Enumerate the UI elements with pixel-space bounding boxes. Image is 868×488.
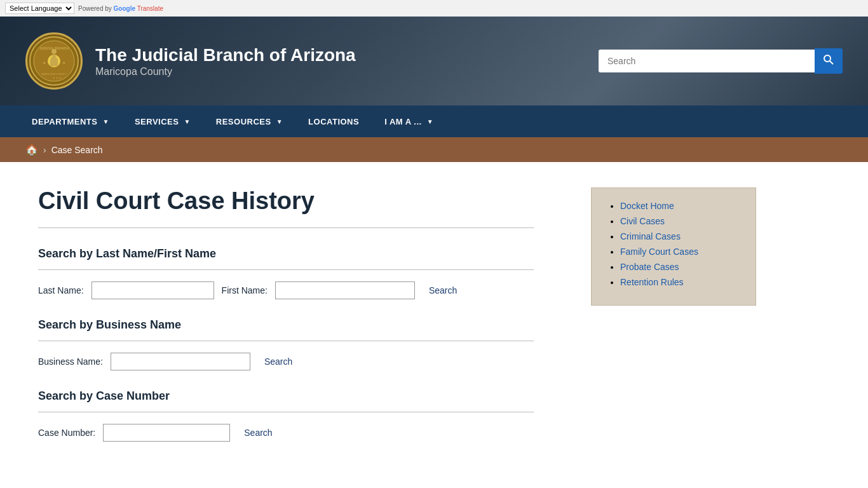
business-name-label: Business Name:: [38, 356, 103, 367]
sidebar-link-civil-cases[interactable]: Civil Cases: [620, 216, 665, 226]
name-search-section: Search by Last Name/First Name Last Name…: [38, 247, 534, 299]
case-search-form-row: Case Number: Search: [38, 424, 534, 442]
section-divider: [38, 269, 534, 270]
business-search-button[interactable]: Search: [258, 353, 299, 370]
list-item: Criminal Cases: [620, 231, 740, 241]
chevron-down-icon: ▼: [427, 118, 433, 125]
sidebar-link-docket-home[interactable]: Docket Home: [620, 201, 674, 211]
svg-text:★ ★ ★: ★ ★ ★: [53, 76, 62, 79]
translate-label: Translate: [137, 5, 163, 12]
header-search-input[interactable]: [599, 50, 815, 72]
svg-text:MARICOPA COUNTY: MARICOPA COUNTY: [42, 72, 67, 76]
list-item: Probate Cases: [620, 262, 740, 272]
site-title-block: The Judicial Branch of Arizona Maricopa …: [95, 44, 356, 78]
nav-item-locations[interactable]: LOCATIONS: [295, 105, 372, 137]
chevron-down-icon: ▼: [276, 118, 283, 125]
language-select[interactable]: Select Language: [5, 3, 74, 14]
case-search-section: Search by Case Number Case Number: Searc…: [38, 390, 534, 442]
list-item: Retention Rules: [620, 277, 740, 287]
last-name-label: Last Name:: [38, 285, 84, 295]
sidebar: Docket Home Civil Cases Criminal Cases F…: [572, 162, 775, 486]
svg-point-11: [824, 55, 831, 62]
site-name: The Judicial Branch of Arizona: [95, 44, 356, 66]
content-area: Civil Court Case History Search by Last …: [0, 162, 572, 486]
case-number-input[interactable]: [103, 424, 230, 442]
list-item: Civil Cases: [620, 216, 740, 226]
site-logo[interactable]: JUDICIAL BRANCH MARICOPA COUNTY ★ ★ ★ ★ …: [25, 32, 83, 90]
google-brand: Google: [114, 5, 135, 12]
site-subtitle: Maricopa County: [95, 66, 356, 78]
sidebar-box: Docket Home Civil Cases Criminal Cases F…: [591, 187, 756, 306]
main-nav: DEPARTMENTS ▼ SERVICES ▼ RESOURCES ▼ LOC…: [0, 105, 868, 137]
svg-point-7: [51, 49, 57, 54]
svg-line-12: [830, 61, 833, 64]
sidebar-link-family-court[interactable]: Family Court Cases: [620, 247, 698, 257]
section-divider: [38, 341, 534, 341]
header-search-button[interactable]: [815, 48, 843, 74]
list-item: Docket Home: [620, 201, 740, 211]
sidebar-link-list: Docket Home Civil Cases Criminal Cases F…: [607, 201, 740, 287]
breadcrumb-home-icon[interactable]: 🏠: [25, 144, 38, 156]
section-divider: [38, 412, 534, 412]
nav-item-services[interactable]: SERVICES ▼: [122, 105, 203, 137]
svg-rect-6: [50, 60, 58, 66]
last-name-input[interactable]: [92, 281, 214, 299]
header-search-form: [599, 48, 843, 74]
nav-item-i-am-a[interactable]: I AM A ... ▼: [372, 105, 446, 137]
name-search-button[interactable]: Search: [423, 282, 463, 299]
site-header: JUDICIAL BRANCH MARICOPA COUNTY ★ ★ ★ ★ …: [0, 17, 868, 105]
business-search-form-row: Business Name: Search: [38, 353, 534, 370]
chevron-down-icon: ▼: [184, 118, 190, 125]
name-search-form-row: Last Name: First Name: Search: [38, 281, 534, 299]
title-divider: [38, 227, 534, 228]
case-search-button[interactable]: Search: [238, 424, 278, 441]
sidebar-link-probate-cases[interactable]: Probate Cases: [620, 262, 679, 272]
chevron-down-icon: ▼: [102, 118, 109, 125]
business-search-section: Search by Business Name Business Name: S…: [38, 318, 534, 370]
breadcrumb-current-page: Case Search: [51, 145, 103, 155]
case-search-heading: Search by Case Number: [38, 390, 534, 403]
breadcrumb-separator: ›: [43, 145, 46, 155]
svg-text:★: ★: [62, 61, 65, 65]
list-item: Family Court Cases: [620, 247, 740, 257]
first-name-input[interactable]: [275, 281, 415, 299]
case-number-label: Case Number:: [38, 428, 95, 438]
business-name-input[interactable]: [111, 353, 250, 370]
header-content: JUDICIAL BRANCH MARICOPA COUNTY ★ ★ ★ ★ …: [25, 32, 843, 90]
name-search-heading: Search by Last Name/First Name: [38, 247, 534, 261]
breadcrumb: 🏠 › Case Search: [0, 137, 868, 162]
nav-item-resources[interactable]: RESOURCES ▼: [203, 105, 295, 137]
sidebar-link-criminal-cases[interactable]: Criminal Cases: [620, 231, 681, 241]
page-title: Civil Court Case History: [38, 187, 534, 215]
main-content: Civil Court Case History Search by Last …: [0, 162, 868, 486]
svg-text:★: ★: [43, 61, 46, 65]
translate-bar: Select Language Powered by Google Transl…: [0, 0, 868, 17]
nav-item-departments[interactable]: DEPARTMENTS ▼: [19, 105, 122, 137]
business-search-heading: Search by Business Name: [38, 318, 534, 332]
sidebar-link-retention-rules[interactable]: Retention Rules: [620, 277, 684, 287]
first-name-label: First Name:: [222, 285, 268, 295]
powered-by-text: Powered by Google Translate: [78, 5, 163, 12]
